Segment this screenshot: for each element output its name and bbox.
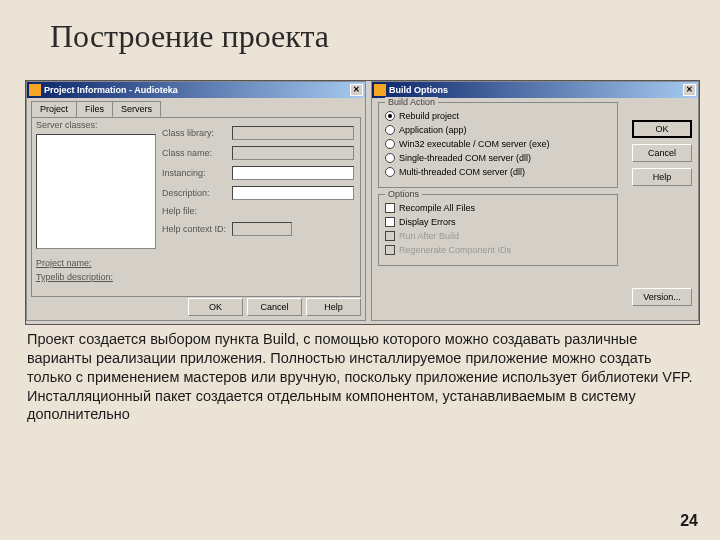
screenshot-area: Project Information - Audioteka ✕ Projec… [25,80,700,325]
server-classes-label: Server classes: [36,120,98,130]
radio-app[interactable]: Application (app) [385,125,611,135]
help-button[interactable]: Help [306,298,361,316]
ok-button[interactable]: OK [188,298,243,316]
radio-rebuild-label: Rebuild project [399,111,459,121]
app-icon [374,84,386,96]
body-text: Проект создается выбором пункта Build, с… [27,330,693,424]
radio-icon [385,111,395,121]
page-number: 24 [680,512,698,530]
description-label: Description: [162,188,232,198]
radio-app-label: Application (app) [399,125,467,135]
options-legend: Options [385,189,422,199]
close-icon[interactable]: ✕ [683,84,696,96]
servers-panel: Server classes: Class library: Class nam… [31,117,361,297]
tab-servers[interactable]: Servers [112,101,161,117]
description-field[interactable] [232,186,354,200]
app-icon [29,84,41,96]
radio-icon [385,125,395,135]
titlebar-right: Build Options ✕ [372,82,698,98]
tab-project[interactable]: Project [31,101,77,117]
radio-icon [385,167,395,177]
cancel-button[interactable]: Cancel [247,298,302,316]
checkbox-icon [385,231,395,241]
close-icon[interactable]: ✕ [350,84,363,96]
help-button[interactable]: Help [632,168,692,186]
titlebar-left: Project Information - Audioteka ✕ [27,82,365,98]
tab-files[interactable]: Files [76,101,113,117]
checkbox-icon [385,203,395,213]
version-button[interactable]: Version... [632,288,692,306]
check-regen: Regenerate Component IDs [385,245,611,255]
build-options-window: Build Options ✕ Build Action Rebuild pro… [371,81,699,321]
class-library-field [232,126,354,140]
check-runafter-label: Run After Build [399,231,459,241]
radio-rebuild[interactable]: Rebuild project [385,111,611,121]
radio-single-label: Single-threaded COM server (dll) [399,153,531,163]
radio-exe-label: Win32 executable / COM server (exe) [399,139,550,149]
check-regen-label: Regenerate Component IDs [399,245,511,255]
radio-multi-label: Multi-threaded COM server (dll) [399,167,525,177]
build-action-legend: Build Action [385,97,438,107]
right-button-column: OK Cancel Help [632,120,692,186]
window-title: Build Options [389,85,448,95]
helpfile-label: Help file: [162,206,232,216]
instancing-field[interactable] [232,166,354,180]
cancel-button[interactable]: Cancel [632,144,692,162]
radio-exe[interactable]: Win32 executable / COM server (exe) [385,139,611,149]
project-info-window: Project Information - Audioteka ✕ Projec… [26,81,366,321]
radio-single[interactable]: Single-threaded COM server (dll) [385,153,611,163]
radio-icon [385,139,395,149]
slide-title: Построение проекта [0,0,720,55]
build-action-group: Build Action Rebuild project Application… [378,102,618,188]
server-classes-list[interactable] [36,134,156,249]
class-library-label: Class library: [162,128,232,138]
helpcontext-label: Help context ID: [162,224,232,234]
class-name-field [232,146,354,160]
radio-icon [385,153,395,163]
check-runafter: Run After Build [385,231,611,241]
radio-multi[interactable]: Multi-threaded COM server (dll) [385,167,611,177]
check-recompile-label: Recompile All Files [399,203,475,213]
check-display-label: Display Errors [399,217,456,227]
checkbox-icon [385,245,395,255]
button-row-left: OK Cancel Help [31,298,361,316]
ok-button[interactable]: OK [632,120,692,138]
checkbox-icon [385,217,395,227]
check-display[interactable]: Display Errors [385,217,611,227]
options-group: Options Recompile All Files Display Erro… [378,194,618,266]
typelib-desc-label: Typelib description: [36,272,126,282]
tab-strip: Project Files Servers [27,98,365,117]
window-title: Project Information - Audioteka [44,85,178,95]
project-name-label: Project name: [36,258,126,268]
helpcontext-field [232,222,292,236]
class-name-label: Class name: [162,148,232,158]
check-recompile[interactable]: Recompile All Files [385,203,611,213]
instancing-label: Instancing: [162,168,232,178]
